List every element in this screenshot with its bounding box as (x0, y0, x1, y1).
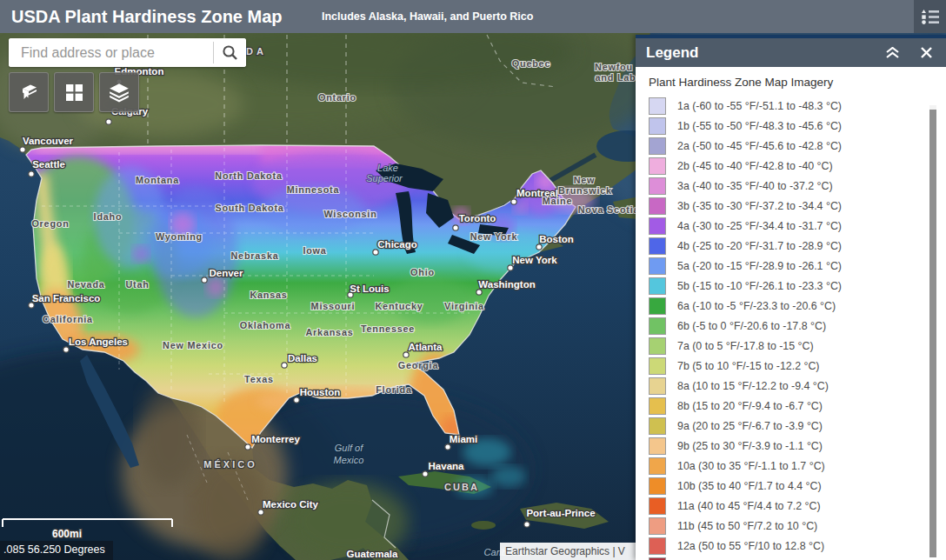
city-marker-boston (536, 244, 542, 250)
legend-swatch (649, 557, 666, 560)
legend-item: 6a (-10 to -5 °F/-23.3 to -20.6 °C) (649, 296, 946, 316)
city-marker-mexico-city (258, 510, 263, 515)
legend-item-label: 10a (30 to 35 °F/-1.1 to 1.7 °C) (677, 460, 825, 472)
map-label-oregon: Oregon (31, 218, 69, 229)
map-label-new-york: New York (470, 231, 518, 242)
legend-item: 1a (-60 to -55 °F/-51.1 to -48.3 °C) (649, 96, 946, 116)
legend-scrollbar-thumb[interactable] (929, 110, 936, 557)
legend-swatch (649, 117, 666, 135)
legend-title: Legend (646, 44, 882, 62)
legend-swatch (649, 377, 666, 395)
legend-item: 10b (35 to 40 °F/1.7 to 4.4 °C) (649, 476, 946, 496)
legend-layer-title: Plant Hardiness Zone Map Imagery (649, 76, 946, 89)
layers-icon (108, 81, 130, 103)
basemap-gallery-button[interactable] (54, 72, 94, 112)
map-label-ohio: Ohio (410, 267, 435, 277)
legend-body: Plant Hardiness Zone Map Imagery 1a (-60… (636, 67, 946, 560)
legend-item: 10a (30 to 35 °F/-1.1 to 1.7 °C) (649, 456, 946, 476)
map-label-nova-scotia: Nova Scotia (578, 204, 640, 215)
legend-list-icon (922, 10, 939, 24)
legend-item-label: 5b (-15 to -10 °F/-26.1 to -23.3 °C) (677, 280, 842, 292)
legend-item-label: 11a (40 to 45 °F/4.4 to 7.2 °C) (677, 500, 821, 512)
app-root: VancouverSeattleEdmontonCalgaryMontrealT… (0, 0, 946, 560)
legend-item: 12a (50 to 55 °F/10 to 12.8 °C) (649, 536, 946, 556)
legend-item: 8b (15 to 20 °F/-9.4 to -6.7 °C) (649, 396, 946, 416)
layers-button[interactable] (99, 72, 139, 112)
map-label-oklahoma: Oklahoma (240, 320, 291, 330)
legend-item-label: 7b (5 to 10 °F/-15 to -12.2 °C) (677, 360, 820, 372)
legend-swatch (649, 137, 666, 155)
map-label-seattle: Seattle (32, 159, 65, 170)
map-label-gulf-of: Gulf of (335, 443, 363, 453)
legend-item-label: 4a (-30 to -25 °F/-34.4 to -31.7 °C) (677, 220, 842, 232)
legend-item-label: 1a (-60 to -55 °F/-51.1 to -48.3 °C) (677, 100, 842, 112)
legend-item-label: 8a (10 to 15 °F/-12.2 to -9.4 °C) (677, 380, 829, 392)
map-label-cuba: CUBA (444, 482, 479, 492)
map-label-new-york: New York (512, 255, 557, 265)
map-label-quebec: Quebec (512, 58, 550, 69)
legend-item-label: 10b (35 to 40 °F/1.7 to 4.4 °C) (677, 480, 822, 492)
book-icon (17, 81, 40, 103)
legend-item: 9b (25 to 30 °F/-3.9 to -1.1 °C) (649, 436, 946, 456)
legend-item: 8a (10 to 15 °F/-12.2 to -9.4 °C) (649, 376, 946, 396)
legend-item-label: 8b (15 to 20 °F/-9.4 to -6.7 °C) (677, 400, 823, 412)
city-marker-atlanta (403, 352, 409, 357)
search-button[interactable] (214, 38, 246, 67)
legend-item: 4b (-25 to -20 °F/-31.7 to -28.9 °C) (649, 236, 946, 256)
legend-swatch (649, 397, 666, 415)
map-label-mexico: Mexico (334, 455, 364, 465)
legend-list: 1a (-60 to -55 °F/-51.1 to -48.3 °C)1b (… (649, 96, 946, 560)
legend-item-label: 1b (-55 to -50 °F/-48.3 to -45.6 °C) (677, 120, 842, 132)
legend-swatch (649, 197, 666, 215)
city-marker-los-angeles (63, 347, 69, 352)
legend-swatch (649, 277, 666, 295)
city-marker-dallas (282, 363, 287, 368)
map-label-mexico-city: Mexico City (263, 499, 319, 510)
legend-swatch (649, 477, 666, 495)
legend-item: 4a (-30 to -25 °F/-34.4 to -31.7 °C) (649, 216, 946, 236)
legend-item: 6b (-5 to 0 °F/-20.6 to -17.8 °C) (649, 316, 946, 336)
city-marker-havana (423, 471, 428, 477)
map-label-chicago: Chicago (377, 239, 416, 250)
legend-swatch (649, 417, 666, 435)
city-marker-toronto (453, 225, 458, 230)
map-label-arkansas: Arkansas (305, 327, 353, 337)
legend-item-label: 6b (-5 to 0 °F/-20.6 to -17.8 °C) (677, 320, 826, 332)
app-header: USDA Plant Hardiness Zone Map Includes A… (0, 0, 946, 33)
map-label-havana: Havana (429, 461, 465, 471)
legend-item: 5b (-15 to -10 °F/-26.1 to -23.3 °C) (649, 276, 946, 296)
legend-swatch (649, 97, 666, 115)
map-label-houston: Houston (300, 387, 341, 397)
city-marker-calgary (106, 119, 111, 124)
legend-close-button[interactable] (917, 43, 936, 62)
legend-item (649, 556, 946, 560)
map-label-guatemala: Guatemala (347, 549, 398, 559)
legend-item: 1b (-55 to -50 °F/-48.3 to -45.6 °C) (649, 116, 946, 136)
legend-item: 7b (5 to 10 °F/-15 to -12.2 °C) (649, 356, 946, 376)
legend-item: 2a (-50 to -45 °F/-45.6 to -42.8 °C) (649, 136, 946, 156)
menu-button[interactable] (914, 0, 946, 33)
chevron-double-up-icon (885, 47, 900, 58)
map-label-nevada: Nevada (67, 279, 104, 290)
legend-scrollbar-track[interactable] (929, 105, 936, 557)
map-label-missouri: Missouri (311, 301, 356, 311)
map-label-kentucky: Kentucky (375, 301, 423, 311)
legend-swatch (649, 537, 666, 555)
map-label-san-francisco: San Francisco (32, 293, 101, 303)
legend-swatch (649, 517, 666, 535)
legend-item-label: 2a (-50 to -45 °F/-45.6 to -42.8 °C) (677, 140, 842, 152)
legend-swatch (649, 217, 666, 235)
map-label-superior: Superior (366, 173, 403, 183)
legend-item: 2b (-45 to -40 °F/-42.8 to -40 °C) (649, 156, 946, 176)
bookmark-button[interactable] (9, 72, 49, 112)
map-label-georgia: Georgia (398, 360, 439, 370)
map-label-tennessee: Tennessee (361, 323, 415, 334)
map-label-washington: Washington (478, 279, 535, 290)
map-label-newfou: Newfou (595, 62, 633, 72)
map-label-brunswick: Brunswick (558, 185, 612, 196)
legend-swatch (649, 157, 666, 175)
map-label-minnesota: Minnesota (287, 184, 340, 195)
search-input[interactable] (9, 38, 213, 67)
map-label-denver: Denver (210, 268, 244, 278)
legend-collapse-button[interactable] (882, 43, 903, 62)
